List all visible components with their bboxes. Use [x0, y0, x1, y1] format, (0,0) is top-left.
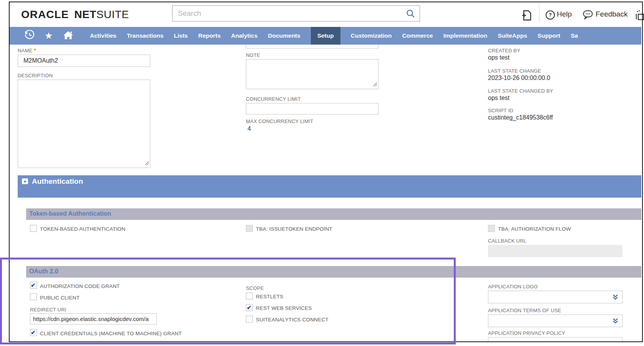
application-privacy-field-partial[interactable]	[488, 337, 622, 342]
suiteanalytics-connect-label: SUITEANALYTICS CONNECT	[256, 317, 329, 323]
logo-net-text: NET	[74, 8, 96, 20]
nav-setup[interactable]: Setup	[311, 27, 340, 45]
application-terms-label: APPLICATION TERMS OF USE	[488, 308, 561, 313]
callback-url-field	[488, 245, 622, 257]
authorization-code-grant-checkbox[interactable]: ✔	[30, 282, 37, 289]
user-partial-icon[interactable]	[635, 9, 644, 23]
oracle-netsuite-logo: ORACLENETSUITE	[21, 8, 129, 21]
note-textarea[interactable]	[246, 60, 378, 89]
double-chevron-down-icon	[612, 318, 618, 324]
tba-authorization-flow-label: TBA: AUTHORIZATION FLOW	[498, 226, 571, 232]
required-asterisk: *	[34, 47, 36, 53]
oauth2-subheader: OAuth 2.0	[26, 266, 641, 278]
last-state-changed-by-value: ops test	[488, 95, 510, 101]
scope-label: SCOPE	[246, 285, 264, 291]
max-concurrency-limit-label: MAX CONCURRENCY LIMIT	[246, 118, 313, 124]
suiteanalytics-connect-checkbox[interactable]: ✔	[246, 316, 253, 323]
application-terms-select[interactable]	[488, 314, 622, 327]
oauth2-title: OAuth 2.0	[29, 268, 58, 275]
description-label: DESCRIPTION	[18, 73, 53, 78]
tba-issuetoken-endpoint-checkbox[interactable]: ✔	[246, 225, 253, 232]
help-icon[interactable]: ?	[546, 10, 555, 20]
nav-analytics[interactable]: Analytics	[231, 32, 257, 39]
tba-issuetoken-endpoint-label: TBA: ISSUETOKEN ENDPOINT	[256, 226, 332, 232]
help-button[interactable]: Help	[557, 10, 572, 18]
authentication-section-header: ▲ Authentication	[18, 175, 641, 198]
script-id-value: custinteg_c1849538c6ff	[488, 114, 553, 121]
feedback-icon[interactable]	[583, 10, 593, 21]
nav-suiteapps[interactable]: SuiteApps	[498, 32, 527, 39]
checkmark-icon: ✔	[247, 304, 252, 311]
redirect-uri-input[interactable]	[30, 314, 156, 324]
collapse-section-icon[interactable]: ▲	[22, 178, 28, 184]
concurrency-limit-label: CONCURRENCY LIMIT	[246, 96, 301, 102]
header-divider	[539, 5, 539, 22]
token-based-authentication-checkbox[interactable]: ✔	[30, 225, 37, 232]
logo-suite-text: SUITE	[96, 8, 129, 20]
description-field	[18, 80, 150, 168]
resize-handle-icon[interactable]	[144, 160, 149, 167]
nav-lists[interactable]: Lists	[174, 32, 188, 39]
double-chevron-down-icon	[612, 294, 618, 300]
client-credentials-grant-label: CLIENT CREDENTIALS (MACHINE TO MACHINE) …	[40, 331, 182, 336]
nav-reports[interactable]: Reports	[198, 32, 221, 39]
authentication-section-title: Authentication	[32, 177, 83, 186]
create-new-icon[interactable]	[520, 9, 533, 23]
token-based-authentication-label: TOKEN-BASED AUTHENTICATION	[40, 226, 125, 232]
concurrency-limit-input[interactable]	[246, 103, 378, 114]
nav-sa-partial[interactable]: Sa	[571, 32, 578, 39]
home-icon[interactable]	[63, 30, 73, 42]
name-field	[18, 55, 150, 67]
logo-oracle-text: ORACLE	[21, 8, 69, 20]
search-icon[interactable]	[406, 9, 415, 20]
last-state-change-value: 2023-10-26 00:00:00.0	[488, 75, 550, 82]
checkmark-icon: ✔	[31, 282, 37, 288]
resize-handle-icon[interactable]	[373, 81, 377, 88]
callback-url-input	[488, 245, 622, 257]
tba-authorization-flow-checkbox[interactable]: ✔	[488, 225, 495, 232]
public-client-checkbox[interactable]: ✔	[30, 293, 37, 300]
max-concurrency-limit-value: 4	[247, 125, 251, 132]
nav-transactions[interactable]: Transactions	[127, 32, 164, 39]
public-client-label: PUBLIC CLIENT	[40, 295, 80, 301]
last-state-changed-by-label: LAST STATE CHANGED BY	[488, 88, 553, 94]
name-input[interactable]	[18, 55, 150, 67]
concurrency-limit-field	[246, 103, 378, 115]
application-logo-select[interactable]	[488, 291, 622, 303]
redirect-uri-field	[30, 313, 157, 324]
created-by-value: ops test	[488, 54, 510, 61]
nav-commerce[interactable]: Commerce	[402, 32, 433, 39]
nav-documents[interactable]: Documents	[268, 32, 300, 39]
main-navigation: ★ Activities Transactions Lists Reports …	[10, 27, 641, 45]
token-based-auth-title: Token-based Authentication	[29, 210, 111, 217]
redirect-uri-label: REDIRECT URI	[30, 307, 66, 313]
checkmark-icon: ✔	[31, 329, 37, 336]
nav-activities[interactable]: Activities	[90, 32, 116, 39]
netsuite-integration-page: ORACLENETSUITE ? Help Feedback ★ Activit…	[0, 0, 644, 346]
restlets-checkbox[interactable]: ✔	[246, 293, 253, 299]
application-privacy-label: APPLICATION PRIVACY POLICY	[488, 330, 565, 336]
feedback-button[interactable]: Feedback	[596, 10, 627, 18]
nav-implementation[interactable]: Implementation	[443, 32, 488, 39]
description-textarea[interactable]	[18, 80, 150, 168]
recent-records-icon[interactable]	[24, 30, 35, 42]
nav-support[interactable]: Support	[538, 32, 560, 39]
shortcuts-star-icon[interactable]: ★	[45, 31, 53, 40]
search-input[interactable]	[173, 6, 420, 21]
name-label: NAME*	[18, 47, 36, 53]
token-based-auth-subheader: Token-based Authentication	[26, 208, 641, 220]
client-credentials-grant-checkbox[interactable]: ✔	[30, 329, 37, 336]
application-logo-label: APPLICATION LOGO	[488, 284, 538, 289]
note-label: NOTE	[246, 52, 260, 58]
note-field	[246, 59, 378, 89]
script-id-label: SCRIPT ID	[488, 108, 513, 113]
global-search	[172, 5, 420, 22]
rest-web-services-label: REST WEB SERVICES	[256, 305, 312, 311]
last-state-change-label: LAST STATE CHANGE	[488, 68, 541, 74]
authorization-code-grant-label: AUTHORIZATION CODE GRANT	[40, 283, 120, 289]
created-by-label: CREATED BY	[488, 48, 520, 53]
rest-web-services-checkbox[interactable]: ✔	[246, 304, 253, 311]
nav-customization[interactable]: Customization	[351, 32, 392, 39]
callback-url-label: CALLBACK URL	[488, 238, 526, 244]
restlets-label: RESTLETS	[256, 294, 283, 299]
